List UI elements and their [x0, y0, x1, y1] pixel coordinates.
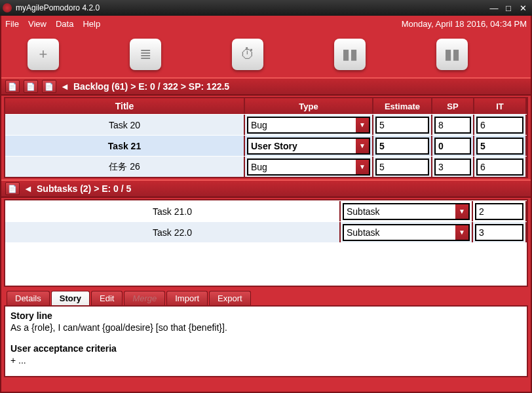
- subtasks-breadcrumb: Subtasks (2) > E: 0 / 5: [37, 183, 131, 194]
- clock-label: Monday, April 18 2016, 04:34 PM: [402, 19, 527, 29]
- close-button[interactable]: ✕: [516, 3, 529, 13]
- value-field[interactable]: 2: [475, 203, 523, 220]
- type-dropdown[interactable]: User Story▼: [247, 138, 370, 155]
- chevron-down-icon: ▼: [356, 160, 369, 174]
- value-field[interactable]: 3: [475, 224, 523, 241]
- estimate-field[interactable]: 5: [375, 159, 429, 176]
- table-row[interactable]: Task 21.0 Subtask▼ 2: [5, 200, 527, 221]
- menu-view[interactable]: View: [28, 19, 47, 29]
- chevron-down-icon: ▼: [455, 225, 468, 240]
- backlog-header-row: Title Type Estimate SP IT: [5, 98, 527, 114]
- chevron-down-icon: ▼: [356, 118, 369, 132]
- col-type[interactable]: Type: [245, 98, 373, 114]
- sp-field[interactable]: 0: [434, 138, 471, 155]
- col-title[interactable]: Title: [5, 98, 245, 114]
- sp-field[interactable]: 8: [434, 117, 471, 134]
- story-heading-2: User acceptance criteria: [10, 343, 522, 354]
- list-button[interactable]: ≣: [130, 39, 161, 70]
- type-dropdown[interactable]: Subtask▼: [343, 224, 470, 241]
- menu-help[interactable]: Help: [83, 19, 100, 29]
- table-row[interactable]: 任务 26 Bug▼ 5 3 6: [5, 156, 527, 177]
- menu-file[interactable]: File: [5, 19, 19, 29]
- bars-icon: ▮▮: [444, 46, 460, 63]
- doc-icon-button-3[interactable]: 📄: [42, 80, 56, 93]
- title-bar: myAgilePomodoro 4.2.0 — □ ✕: [0, 0, 532, 16]
- cell-title: Task 20: [5, 115, 245, 135]
- cell-title: 任务 26: [5, 157, 245, 177]
- stats2-button[interactable]: ▮▮: [436, 39, 468, 70]
- estimate-field[interactable]: 5: [375, 138, 429, 155]
- doc-icon-button-2[interactable]: 📄: [24, 80, 38, 93]
- table-row[interactable]: Task 20 Bug▼ 5 8 6: [5, 114, 527, 135]
- maximize-button[interactable]: □: [502, 3, 515, 13]
- type-dropdown[interactable]: Bug▼: [247, 159, 370, 176]
- col-it[interactable]: IT: [474, 98, 527, 114]
- backlog-table: Title Type Estimate SP IT Task 20 Bug▼ 5…: [4, 97, 528, 178]
- timer-button[interactable]: ⏱: [232, 39, 263, 70]
- table-row[interactable]: Task 21 User Story▼ 5 0 5: [5, 135, 527, 156]
- col-sp[interactable]: SP: [432, 98, 474, 114]
- chevron-down-icon: ▼: [455, 204, 468, 219]
- it-field[interactable]: 6: [476, 117, 523, 134]
- cell-title: Task 21.0: [5, 201, 341, 221]
- back-arrow-icon[interactable]: ◄: [60, 81, 69, 92]
- back-arrow-icon[interactable]: ◄: [24, 183, 33, 194]
- col-estimate[interactable]: Estimate: [373, 98, 432, 114]
- cell-title: Task 21: [5, 136, 245, 156]
- story-line-1: As a {role}, I can/want {goal/desire} [s…: [10, 322, 522, 333]
- tab-import[interactable]: Import: [166, 291, 208, 305]
- add-button[interactable]: +: [28, 39, 59, 70]
- story-panel[interactable]: Story line As a {role}, I can/want {goal…: [4, 305, 528, 377]
- backlog-header: 📄 📄 📄 ◄ Backlog (61) > E: 0 / 322 > SP: …: [1, 77, 531, 96]
- it-field[interactable]: 6: [476, 159, 523, 176]
- backlog-breadcrumb: Backlog (61) > E: 0 / 322 > SP: 122.5: [73, 81, 229, 92]
- plus-icon: +: [39, 46, 48, 63]
- subtasks-header: 📄 ◄ Subtasks (2) > E: 0 / 5: [1, 179, 531, 198]
- doc-icon-button-1[interactable]: 📄: [5, 80, 20, 93]
- chevron-down-icon: ▼: [356, 139, 369, 153]
- menu-bar: File View Data Help Monday, April 18 201…: [1, 16, 531, 31]
- type-dropdown[interactable]: Bug▼: [247, 117, 370, 134]
- story-heading-1: Story line: [10, 310, 522, 321]
- minimize-button[interactable]: —: [487, 3, 501, 13]
- menu-data[interactable]: Data: [56, 19, 73, 29]
- sp-field[interactable]: 3: [434, 159, 471, 176]
- tab-edit[interactable]: Edit: [91, 291, 123, 305]
- tab-export[interactable]: Export: [209, 291, 251, 305]
- window-title: myAgilePomodoro 4.2.0: [16, 3, 100, 12]
- table-row[interactable]: Task 22.0 Subtask▼ 3: [5, 221, 527, 242]
- stats1-button[interactable]: ▮▮: [334, 39, 366, 70]
- story-line-2: + ...: [10, 355, 522, 365]
- app-icon: [3, 3, 12, 12]
- main-toolbar: + ≣ ⏱ ▮▮ ▮▮: [1, 31, 531, 77]
- bars-icon: ▮▮: [342, 46, 358, 63]
- tab-story[interactable]: Story: [51, 291, 90, 305]
- tab-details[interactable]: Details: [7, 291, 50, 305]
- tab-merge: Merge: [124, 291, 165, 305]
- it-field[interactable]: 5: [476, 138, 523, 155]
- type-dropdown[interactable]: Subtask▼: [343, 203, 470, 220]
- timer-icon: ⏱: [240, 46, 255, 63]
- estimate-field[interactable]: 5: [375, 117, 429, 134]
- list-icon: ≣: [140, 46, 151, 63]
- detail-tabs: Details Story Edit Merge Import Export S…: [4, 291, 528, 377]
- cell-title: Task 22.0: [5, 222, 341, 242]
- doc-icon-button[interactable]: 📄: [5, 182, 20, 195]
- subtasks-table: Task 21.0 Subtask▼ 2 Task 22.0 Subtask▼ …: [4, 199, 528, 287]
